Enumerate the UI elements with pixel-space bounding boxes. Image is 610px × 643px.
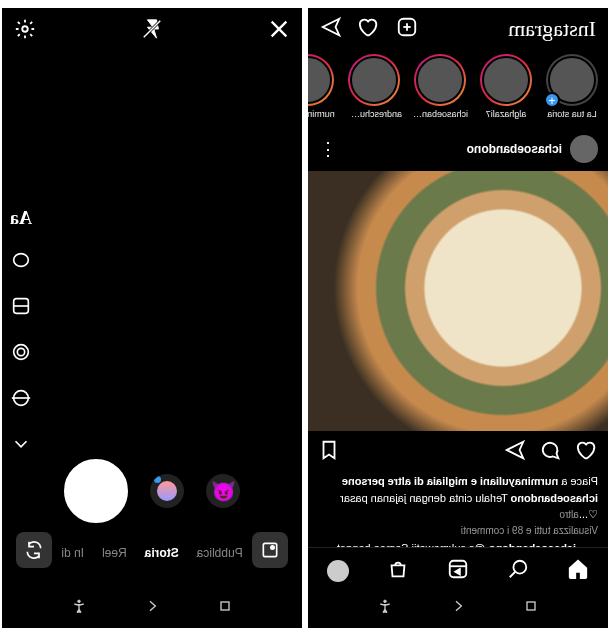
close-icon[interactable] [268, 18, 290, 44]
svg-rect-18 [450, 561, 467, 578]
caption-line[interactable]: ichasoebandono Terlalu cinta dengan jaja… [318, 490, 598, 523]
post-more-icon[interactable]: ⋮ [318, 138, 337, 160]
story-label: alghazali7 [486, 109, 527, 119]
post-avatar[interactable] [570, 135, 598, 163]
mode-storia[interactable]: Storia [145, 546, 179, 560]
svg-point-21 [383, 600, 386, 603]
story-your-story[interactable]: + La tua storia [544, 54, 600, 119]
camera-side-tools: Aa [10, 208, 32, 459]
mode-reel[interactable]: Reel [102, 546, 127, 560]
mode-live[interactable]: In di [61, 546, 84, 560]
nav-reels-icon[interactable] [447, 558, 469, 584]
story-item[interactable]: nurminayuli... [308, 54, 336, 119]
story-item[interactable]: alghazali7 [478, 54, 534, 119]
svg-line-17 [510, 572, 516, 578]
back-icon[interactable] [144, 598, 160, 618]
nav-search-icon[interactable] [507, 558, 529, 584]
text-tool-icon[interactable]: Aa [10, 208, 32, 229]
story-label: ichasoeband... [412, 109, 468, 119]
android-nav-bar [2, 598, 302, 618]
accessibility-icon[interactable] [71, 598, 87, 618]
story-label: La tua storia [547, 109, 597, 119]
likes-line[interactable]: Piace a nurminayuliani e migliaia di alt… [318, 473, 598, 490]
messenger-icon[interactable] [320, 16, 342, 42]
mode-pubblica[interactable]: Pubblica [197, 546, 243, 560]
android-nav-bar [308, 598, 608, 618]
nav-profile-icon[interactable] [327, 560, 349, 582]
shutter-button[interactable] [64, 459, 128, 523]
svg-point-2 [22, 26, 28, 32]
svg-point-12 [77, 600, 80, 603]
accessibility-icon[interactable] [377, 598, 393, 618]
story-label: andreschuer... [346, 109, 402, 119]
back-icon[interactable] [450, 598, 466, 618]
flash-icon[interactable] [141, 18, 163, 44]
post-header: ichasoebandono ⋮ [308, 127, 608, 171]
camera-modes: Pubblica Storia Reel In di [2, 546, 302, 560]
bottom-nav [308, 547, 608, 594]
multicapture-icon[interactable] [10, 341, 32, 367]
filter-thumb-1[interactable]: 😈 [206, 474, 240, 508]
share-icon[interactable] [504, 439, 526, 465]
story-label: nurminayuli... [308, 109, 335, 119]
feed-header: Instagram [308, 8, 608, 50]
layout-icon[interactable] [10, 295, 32, 321]
shutter-row: 😈 [2, 459, 302, 523]
comment-icon[interactable] [540, 439, 562, 465]
new-post-icon[interactable] [396, 16, 418, 42]
post-image[interactable] [308, 171, 608, 431]
feed-screen: Instagram + La tua storia alghazali7 ich… [308, 8, 608, 628]
story-camera-screen: Aa 😈 Pubblica Storia Reel In di [2, 8, 302, 628]
svg-point-6 [17, 348, 24, 355]
post-username[interactable]: ichasoebandono [467, 142, 562, 156]
svg-point-5 [14, 345, 29, 360]
post-actions [308, 431, 608, 473]
filter-thumb-2[interactable] [150, 474, 184, 508]
overview-icon[interactable] [217, 598, 233, 618]
nav-shop-icon[interactable] [387, 558, 409, 584]
post-meta: Piace a nurminayuliani e migliaia di alt… [308, 473, 608, 538]
activity-heart-icon[interactable] [358, 16, 380, 42]
chevron-down-icon[interactable] [10, 433, 32, 459]
settings-icon[interactable] [14, 18, 36, 44]
instagram-logo[interactable]: Instagram [508, 16, 596, 42]
save-icon[interactable] [318, 439, 340, 465]
level-icon[interactable] [10, 387, 32, 413]
nav-home-icon[interactable] [567, 558, 589, 584]
overview-icon[interactable] [523, 598, 539, 618]
story-item[interactable]: andreschuer... [346, 54, 402, 119]
story-item[interactable]: ichasoeband... [412, 54, 468, 119]
camera-top-bar [2, 8, 302, 54]
view-comments-link[interactable]: Visualizza tutti e 89 i commenti [318, 523, 598, 538]
boomerang-icon[interactable] [10, 249, 32, 275]
svg-point-16 [513, 561, 526, 574]
svg-rect-11 [221, 602, 229, 610]
like-icon[interactable] [576, 439, 598, 465]
svg-rect-20 [527, 602, 535, 610]
stories-tray[interactable]: + La tua storia alghazali7 ichasoeband..… [308, 50, 608, 127]
